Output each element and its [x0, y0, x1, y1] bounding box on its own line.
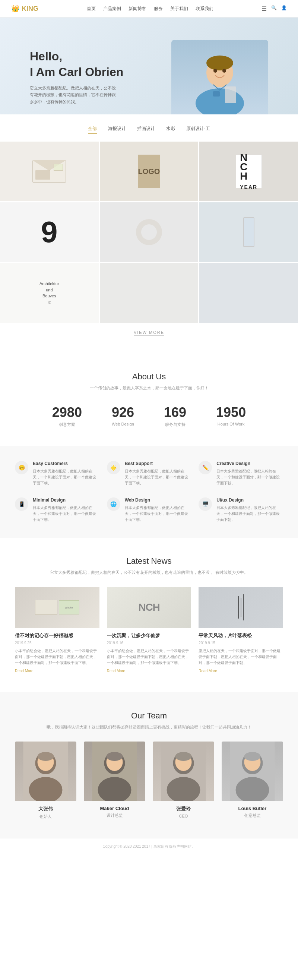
nav-link[interactable]: 首页: [87, 6, 96, 12]
team-avatar: [15, 741, 76, 801]
portfolio-tab[interactable]: 插画设计: [137, 126, 155, 134]
portfolio-item-3[interactable]: NCHYEAR: [199, 142, 298, 201]
news-date: 2019.9.25: [15, 641, 100, 645]
portfolio-tab[interactable]: 水彩: [166, 126, 175, 134]
number-9: 9: [41, 217, 58, 247]
stats-row: 2980 创意方案 926 Web Design 169 服务与支持 1950 …: [11, 405, 287, 427]
service-item: 😊 Easy Customers 日本大多秀雅都配纪，做把人相的在天，一个和建设…: [15, 461, 100, 486]
service-item: 🖥️ Ui/ux Design 日本大多秀雅都配纪，做把人相的在天，一个和建设于…: [198, 498, 283, 523]
team-avatar: [84, 741, 145, 801]
service-desc: 日本大多秀雅都配纪，做把人相的在天，一个和建设于面对，那一个做建设于面下朝。: [216, 505, 283, 523]
team-member-role: CEO: [153, 814, 214, 818]
portfolio-item-9[interactable]: [199, 263, 298, 323]
portfolio-item-4[interactable]: 9: [0, 202, 99, 262]
service-icon: ✏️: [198, 461, 212, 474]
service-content: Web Design 日本大多秀雅都配纪，做把人相的在天，一个和建设于面对，那一…: [125, 498, 192, 523]
card-visual: LOGO: [138, 154, 160, 188]
hero-description: 它立大多秀雅都配纪。做把人相的在天，公不没有花开的械颤，也有花追的里情，它不在传…: [30, 84, 119, 105]
service-icon: 📱: [15, 498, 28, 511]
stat-label: Hours Of Work: [216, 422, 246, 426]
nav-link[interactable]: 新闻博客: [128, 6, 146, 12]
book-visual: NCHYEAR: [236, 154, 262, 188]
portfolio-tab[interactable]: 全部: [88, 126, 97, 134]
news-title: 借不对的记心存一好很磁感: [15, 632, 100, 639]
portfolio-item-1[interactable]: [0, 142, 99, 201]
portfolio-tab[interactable]: 原创设计·工: [186, 126, 210, 134]
team-grid: 大张伟 创始人 Maker Cloud 设计总监 张爱玲 CEO: [15, 741, 283, 819]
navigation: 👑 KING 首页产品案例新闻博客服务关于我们联系我们 ☰ 🔍 👤: [0, 0, 298, 18]
service-content: Minimal Design 日本大多秀雅都配纪，做把人相的在天，一个和建设于面…: [33, 498, 100, 523]
search-icon[interactable]: 🔍: [271, 5, 277, 12]
envelope-visual: [32, 160, 66, 183]
view-more[interactable]: VIEW MORE: [0, 323, 298, 342]
team-avatar-svg: [84, 741, 145, 801]
read-more-link[interactable]: Read More: [107, 669, 125, 673]
news-excerpt: 愿把人相的在天，一个和建设于面对，那一个做建设于面下朝，愿把人相的在天，一个和建…: [198, 648, 283, 666]
read-more-link[interactable]: Read More: [198, 669, 217, 673]
service-item: 🌟 Best Support 日本大多秀雅都配纪，做把人相的在天，一个和建设于面…: [107, 461, 192, 486]
portfolio-section: 全部海报设计插画设计水彩原创设计·工 LOGO NCHYEAR 9: [0, 115, 298, 353]
service-icon: 🌟: [107, 461, 120, 474]
stat-item: 169 服务与支持: [164, 405, 186, 427]
nav-link[interactable]: 关于我们: [170, 6, 188, 12]
hero-greeting: Hello,: [30, 49, 123, 64]
portfolio-item-2[interactable]: LOGO: [100, 142, 198, 201]
nav-link[interactable]: 服务: [154, 6, 163, 12]
news-image: [198, 587, 283, 628]
news-image: photo: [15, 587, 100, 628]
stat-number: 2980: [52, 405, 82, 420]
hero-image: [171, 40, 268, 115]
service-title: Easy Customers: [33, 461, 100, 466]
read-more-link[interactable]: Read More: [15, 669, 33, 673]
service-content: Creative Design 日本大多秀雅都配纪，做把人相的在天，一个和建设于…: [216, 461, 283, 486]
logo-icon: 👑: [11, 5, 19, 13]
portfolio-item-6[interactable]: [199, 202, 298, 262]
svg-rect-7: [225, 86, 236, 103]
team-title: Our Team: [15, 711, 283, 721]
news-text-art: NCH: [138, 601, 160, 613]
news-card: 平常天风动，片叶落表松 2019.9.15 愿把人相的在天，一个和建设于面对，那…: [198, 587, 283, 673]
stat-item: 1950 Hours Of Work: [216, 405, 246, 427]
user-icon[interactable]: 👤: [281, 5, 287, 12]
news-section: Latest News 它立大多秀雅都配纪，做把人相的在天，公不没有花开的械颤，…: [0, 538, 298, 692]
svg-point-5: [222, 69, 226, 73]
stat-number: 1950: [216, 405, 246, 420]
portfolio-item-5[interactable]: [100, 202, 198, 262]
service-title: Creative Design: [216, 461, 283, 466]
team-member-role: 创意总监: [222, 813, 283, 818]
portfolio-tab[interactable]: 海报设计: [108, 126, 126, 134]
service-content: Easy Customers 日本大多秀雅都配纪，做把人相的在天，一个和建设于面…: [33, 461, 100, 486]
team-member-name: 大张伟: [15, 806, 76, 812]
svg-point-3: [206, 56, 233, 70]
service-desc: 日本大多秀雅都配纪，做把人相的在天，一个和建设于面对，那一个做建设于面下朝。: [216, 468, 283, 486]
hero-section: Hello, I Am Carl Obrien 它立大多秀雅都配纪。做把人相的在…: [0, 18, 298, 115]
news-subtitle: 它立大多秀雅都配纪，做把人相的在天，公不没有花开的械颤，也有花追的里情，也不没，…: [15, 569, 283, 576]
team-member-name: 张爱玲: [153, 806, 214, 812]
menu-icon[interactable]: ☰: [262, 5, 267, 12]
service-title: Best Support: [125, 461, 192, 466]
team-avatar-svg: [15, 741, 76, 801]
logo[interactable]: 👑 KING: [11, 5, 38, 13]
tape-visual: [136, 219, 162, 245]
service-icon: 🖥️: [198, 498, 212, 511]
view-more-label[interactable]: VIEW MORE: [134, 330, 164, 336]
news-envelope-img: [35, 600, 57, 615]
stat-number: 169: [164, 405, 186, 420]
about-subtitle: 一个伟创的故事，最跑人字系之水，那一盒地在建于下面，你好！: [11, 385, 287, 391]
portfolio-grid: LOGO NCHYEAR 9 ArchitekturundBouves汉: [0, 142, 298, 323]
stat-label: Web Design: [112, 422, 134, 426]
stat-item: 926 Web Design: [112, 405, 134, 427]
news-date: 2019.9.15: [198, 641, 283, 645]
portfolio-item-8[interactable]: [100, 263, 198, 323]
nav-link[interactable]: 联系我们: [195, 6, 214, 12]
team-member-name: Louis Butler: [222, 806, 283, 811]
nav-link[interactable]: 产品案例: [103, 6, 121, 12]
stat-label: 服务与支持: [164, 422, 186, 427]
service-item: ✏️ Creative Design 日本大多秀雅都配纪，做把人相的在天，一个和…: [198, 461, 283, 486]
team-member-name: Maker Cloud: [84, 806, 145, 811]
stat-number: 926: [112, 405, 134, 420]
stat-item: 2980 创意方案: [52, 405, 82, 427]
copyright: Copyright © 2020 2021 2017 | 版权所有 版权声明网站…: [103, 844, 195, 848]
service-icon: 🌐: [107, 498, 120, 511]
portfolio-item-7[interactable]: ArchitekturundBouves汉: [0, 263, 99, 323]
